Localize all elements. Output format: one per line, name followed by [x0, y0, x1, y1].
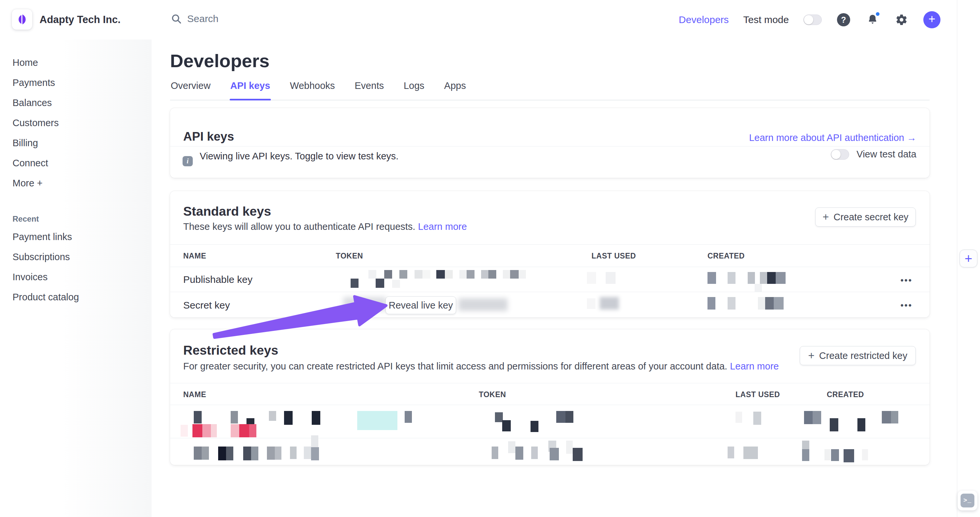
terminal-icon: >_ [961, 493, 974, 507]
create-secret-key-button[interactable]: + Create secret key [815, 208, 916, 227]
table-row-divider [170, 438, 929, 438]
search-icon [171, 13, 182, 24]
view-test-data-toggle[interactable] [831, 149, 849, 160]
recent-section-label: Recent [0, 211, 151, 227]
tab-apps[interactable]: Apps [444, 79, 467, 100]
developer-console-button[interactable]: >_ [958, 491, 977, 511]
search-placeholder: Search [187, 13, 218, 24]
floating-add-button[interactable]: + [959, 250, 977, 267]
col-header-last-used: LAST USED [592, 252, 636, 260]
standard-keys-card: Standard keys These keys will allow you … [170, 191, 929, 317]
table-top-divider [170, 244, 929, 245]
sidebar-item-product-catalog[interactable]: Product catalog [0, 287, 151, 307]
col-header-created: CREATED [708, 252, 745, 260]
restricted-learn-more-link[interactable]: Learn more [730, 361, 779, 371]
restricted-keys-heading: Restricted keys [183, 343, 278, 358]
tab-overview[interactable]: Overview [170, 79, 211, 100]
sidebar-item-home[interactable]: Home [0, 53, 151, 73]
tab-events[interactable]: Events [354, 79, 385, 100]
sidebar-item-billing[interactable]: Billing [0, 133, 151, 153]
plus-icon: + [808, 349, 815, 362]
tab-webhooks[interactable]: Webhooks [290, 79, 336, 100]
info-icon: i [183, 156, 193, 166]
api-keys-card: API keys Learn more about API authentica… [170, 108, 929, 178]
sidebar-item-connect[interactable]: Connect [0, 153, 151, 173]
settings-button[interactable] [894, 13, 909, 27]
live-keys-banner-text: Viewing live API keys. Toggle to view te… [200, 151, 398, 162]
developers-link[interactable]: Developers [679, 14, 729, 25]
notification-dot [875, 11, 880, 17]
plus-icon: + [822, 211, 829, 223]
create-new-button[interactable]: + [923, 11, 940, 28]
table-row-divider [170, 292, 929, 292]
sidebar-item-more[interactable]: More + [0, 173, 151, 193]
notifications-button[interactable] [865, 13, 880, 27]
tab-api-keys[interactable]: API keys [230, 79, 271, 100]
search-input[interactable]: Search [171, 13, 218, 24]
row-overflow-menu[interactable]: ••• [900, 300, 912, 311]
api-keys-heading: API keys [183, 130, 234, 144]
col-header-name: NAME [183, 252, 206, 260]
standard-keys-heading: Standard keys [183, 204, 271, 219]
org-name[interactable]: Adapty Tech Inc. [40, 14, 121, 26]
col-header-last-used: LAST USED [735, 390, 780, 399]
restricted-keys-description: For greater security, you can create res… [183, 361, 779, 372]
create-secret-key-label: Create secret key [834, 212, 908, 223]
sidebar-item-subscriptions[interactable]: Subscriptions [0, 247, 151, 267]
toggle-knob [804, 15, 813, 24]
help-icon: ? [837, 13, 850, 26]
adapty-logo-icon [16, 13, 28, 26]
sidebar-item-payment-links[interactable]: Payment links [0, 227, 151, 247]
sidebar-item-balances[interactable]: Balances [0, 93, 151, 113]
create-restricted-key-button[interactable]: + Create restricted key [800, 346, 916, 365]
help-button[interactable]: ? [836, 13, 851, 27]
sidebar-item-payments[interactable]: Payments [0, 73, 151, 93]
toggle-knob [831, 150, 841, 159]
row-overflow-menu[interactable]: ••• [900, 275, 912, 285]
create-restricted-key-label: Create restricted key [819, 350, 907, 361]
page-title: Developers [170, 50, 270, 71]
gear-icon [895, 14, 908, 26]
sidebar-item-invoices[interactable]: Invoices [0, 267, 151, 287]
restricted-keys-description-text: For greater security, you can create res… [183, 361, 727, 371]
sidebar-item-customers[interactable]: Customers [0, 113, 151, 133]
standard-learn-more-link[interactable]: Learn more [418, 221, 467, 232]
learn-api-auth-link[interactable]: Learn more about API authentication → [749, 132, 916, 143]
reveal-live-key-button[interactable]: Reveal live key [385, 297, 456, 314]
top-bar: Adapty Tech Inc. Search Developers Test … [0, 0, 980, 40]
table-top-divider [170, 383, 929, 383]
tab-logs[interactable]: Logs [403, 79, 425, 100]
table-header-divider [170, 267, 929, 267]
view-test-data-label: View test data [856, 149, 916, 160]
org-logo[interactable] [12, 9, 32, 30]
test-mode-label: Test mode [743, 14, 789, 25]
sidebar-nav: Home Payments Balances Customers Billing… [0, 40, 151, 517]
test-mode-toggle[interactable] [803, 14, 822, 25]
col-header-created: CREATED [827, 390, 864, 399]
col-header-token: TOKEN [479, 390, 506, 399]
col-header-name: NAME [183, 390, 206, 399]
col-header-token: TOKEN [336, 252, 363, 260]
restricted-keys-card: Restricted keys For greater security, yo… [170, 329, 929, 465]
developers-tabs: Overview API keys Webhooks Events Logs A… [170, 79, 929, 100]
standard-keys-description: These keys will allow you to authenticat… [183, 221, 467, 232]
key-name: Publishable key [183, 274, 252, 285]
key-name: Secret key [183, 300, 230, 311]
standard-keys-description-text: These keys will allow you to authenticat… [183, 221, 415, 232]
